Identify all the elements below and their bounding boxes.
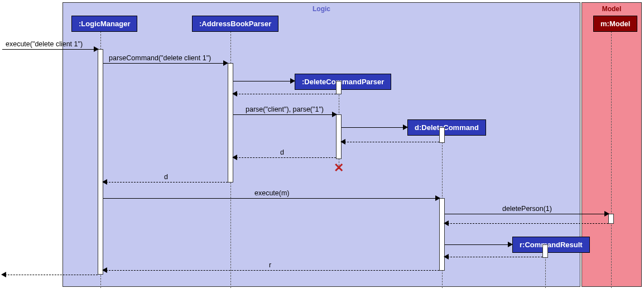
activation-deletecmd-1 bbox=[439, 127, 445, 143]
logic-frame-label: Logic bbox=[313, 5, 330, 13]
arrow-head bbox=[340, 139, 345, 145]
participant-addressbookparser: :AddressBookParser bbox=[192, 16, 278, 32]
arrow-head bbox=[102, 267, 107, 273]
participant-deletecommand: d:DeleteCommand bbox=[407, 119, 486, 136]
arrow-return-d1 bbox=[233, 157, 336, 158]
arrow-execute-m bbox=[103, 198, 439, 199]
participant-model-label: m:Model bbox=[600, 20, 630, 28]
arrow-return-dcparser-1 bbox=[233, 94, 336, 94]
arrow-execute-delete bbox=[2, 49, 97, 50]
arrow-create-cmdresult bbox=[445, 244, 511, 245]
arrow-create-dcparser bbox=[233, 81, 294, 81]
arrow-head bbox=[232, 155, 237, 160]
activation-dcparser-2 bbox=[336, 114, 342, 159]
arrow-head bbox=[94, 46, 99, 52]
msg-return-r: r bbox=[269, 261, 271, 269]
destroy-icon: ✕ bbox=[334, 161, 344, 175]
arrow-head bbox=[290, 78, 295, 84]
activation-deletecmd-2 bbox=[439, 198, 445, 271]
msg-return-d2: d bbox=[164, 173, 168, 181]
activation-addressbookparser bbox=[228, 63, 233, 182]
arrow-head bbox=[403, 124, 408, 130]
msg-execute-m: execute(m) bbox=[254, 189, 290, 197]
arrow-head bbox=[444, 254, 449, 260]
participant-logicmanager: :LogicManager bbox=[71, 16, 137, 32]
msg-execute-delete: execute("delete client 1") bbox=[6, 40, 83, 48]
arrow-return-model bbox=[445, 223, 608, 224]
arrow-head bbox=[332, 112, 337, 117]
arrow-return-cmdresult bbox=[445, 257, 542, 257]
arrow-head bbox=[435, 195, 440, 201]
arrow-create-deletecmd bbox=[342, 127, 406, 128]
msg-deleteperson: deletePerson(1) bbox=[502, 205, 552, 213]
participant-logicmanager-label: :LogicManager bbox=[79, 20, 130, 28]
arrow-head bbox=[508, 242, 513, 247]
activation-dcparser-1 bbox=[336, 81, 342, 94]
activation-commandresult bbox=[542, 244, 548, 258]
arrow-head bbox=[604, 211, 609, 217]
participant-commandresult-label: r:CommandResult bbox=[520, 241, 583, 249]
participant-model: m:Model bbox=[593, 16, 637, 32]
arrow-return-d2 bbox=[103, 182, 228, 182]
arrow-return-deletecmd-1 bbox=[342, 142, 439, 142]
arrow-return-r bbox=[103, 270, 439, 271]
msg-parse-client: parse("client"), parse("1") bbox=[246, 105, 324, 113]
msg-return-d1: d bbox=[280, 148, 284, 156]
lifeline-model bbox=[611, 31, 612, 288]
participant-addressbookparser-label: :AddressBookParser bbox=[199, 20, 271, 28]
model-frame-label: Model bbox=[602, 5, 622, 13]
arrow-return-external bbox=[2, 275, 98, 275]
arrow-head bbox=[102, 179, 107, 185]
arrow-head bbox=[232, 91, 237, 97]
msg-parsecommand: parseCommand("delete client 1") bbox=[109, 54, 211, 62]
arrow-head bbox=[444, 220, 449, 226]
activation-logicmanager bbox=[98, 49, 103, 275]
arrow-head bbox=[1, 272, 6, 277]
sequence-diagram: Logic Model :LogicManager :AddressBookPa… bbox=[0, 0, 644, 293]
participant-deletecommandparser: :DeleteCommandParser bbox=[295, 74, 391, 90]
arrow-parsecommand bbox=[103, 63, 227, 64]
arrow-parse-client bbox=[233, 114, 336, 115]
participant-commandresult: r:CommandResult bbox=[512, 237, 590, 253]
model-frame: Model bbox=[581, 2, 642, 287]
participant-deletecommand-label: d:DeleteCommand bbox=[415, 123, 479, 132]
arrow-deleteperson bbox=[445, 214, 608, 214]
arrow-head bbox=[223, 60, 228, 66]
participant-deletecommandparser-label: :DeleteCommandParser bbox=[302, 78, 384, 86]
